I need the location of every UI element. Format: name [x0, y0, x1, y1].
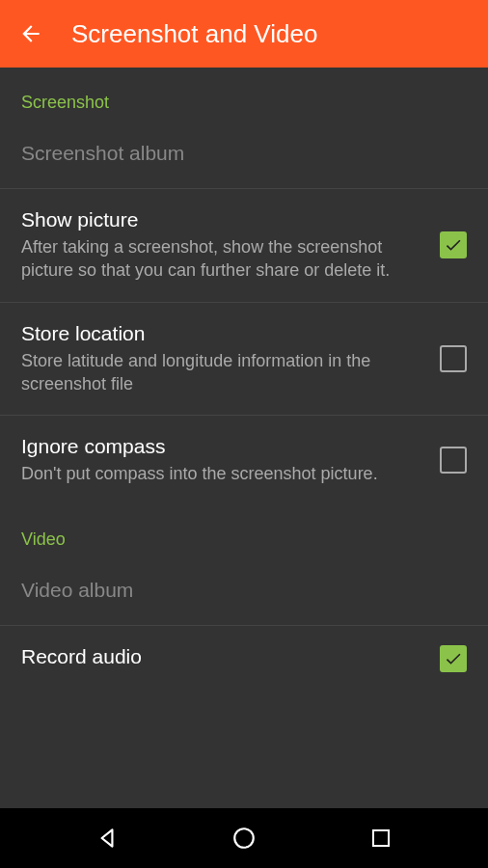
section-header-screenshot: Screenshot — [0, 68, 488, 122]
setting-title: Store location — [21, 322, 420, 345]
nav-back-button[interactable] — [93, 824, 122, 853]
nav-home-button[interactable] — [230, 824, 258, 853]
page-title: Screenshot and Video — [71, 19, 317, 49]
nav-recent-button[interactable] — [366, 824, 395, 853]
setting-title: Record audio — [21, 645, 420, 668]
svg-point-0 — [234, 828, 254, 848]
checkmark-icon — [444, 235, 463, 255]
circle-home-icon — [231, 826, 257, 851]
arrow-back-icon — [18, 21, 43, 46]
checkbox-ignore-compass[interactable] — [440, 447, 467, 474]
setting-show-picture[interactable]: Show picture After taking a screenshot, … — [0, 189, 488, 303]
setting-title: Screenshot album — [21, 142, 447, 165]
checkmark-icon — [444, 649, 463, 668]
checkbox-show-picture[interactable] — [440, 231, 467, 258]
setting-video-album[interactable]: Video album — [0, 559, 488, 626]
setting-desc: Don't put compass into the screenshot pi… — [21, 462, 420, 485]
square-recent-icon — [369, 827, 393, 850]
setting-ignore-compass[interactable]: Ignore compass Don't put compass into th… — [0, 416, 488, 504]
section-header-video: Video — [0, 504, 488, 559]
setting-store-location[interactable]: Store location Store latitude and longit… — [0, 303, 488, 417]
setting-title: Ignore compass — [21, 435, 420, 458]
setting-desc: Store latitude and longitude information… — [21, 349, 420, 396]
checkbox-store-location[interactable] — [440, 345, 467, 372]
svg-rect-1 — [373, 830, 389, 846]
setting-desc: After taking a screenshot, show the scre… — [21, 235, 420, 283]
settings-content: Screenshot Screenshot album Show picture… — [0, 68, 488, 692]
navigation-bar — [0, 808, 488, 868]
setting-title: Video album — [21, 579, 447, 602]
triangle-back-icon — [95, 826, 120, 851]
setting-title: Show picture — [21, 208, 420, 231]
checkbox-record-audio[interactable] — [440, 645, 467, 672]
setting-record-audio[interactable]: Record audio — [0, 626, 488, 692]
setting-screenshot-album[interactable]: Screenshot album — [0, 122, 488, 189]
back-button[interactable] — [17, 20, 44, 47]
app-header: Screenshot and Video — [0, 0, 488, 68]
